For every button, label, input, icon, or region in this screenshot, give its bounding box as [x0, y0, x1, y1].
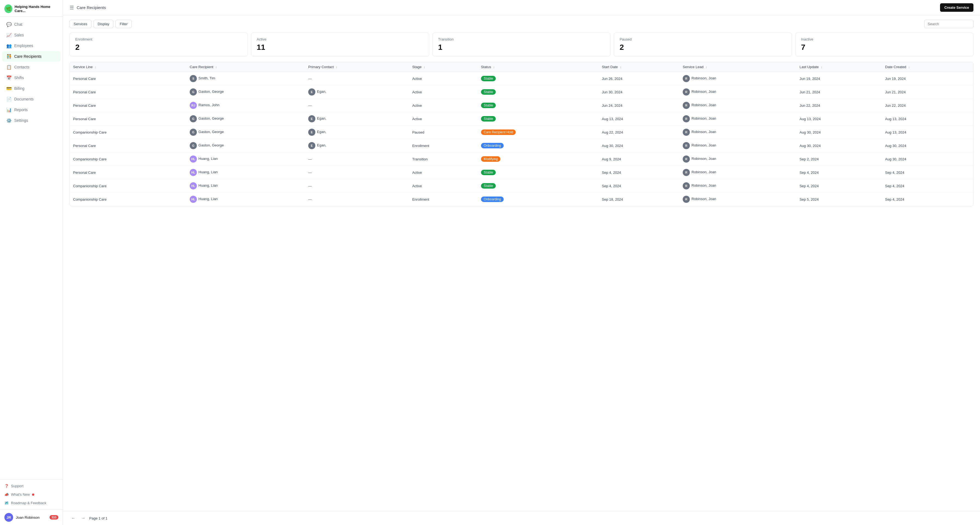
sidebar: 🌿 Helping Hands Home Care... 💬Chat📈Sales… — [0, 0, 63, 525]
cell-service-lead: RRobinson, Joan — [679, 85, 796, 99]
recipient-avatar: HL — [190, 156, 197, 162]
cell-service-line: Personal Care — [70, 72, 186, 85]
table-row[interactable]: Companionship Care GGaston, George EEgan… — [70, 126, 973, 139]
recipient-avatar: G — [190, 129, 197, 136]
stats-row: Enrollment2Active11Transition1Paused2Ina… — [70, 33, 974, 56]
cell-stage: Active — [409, 99, 478, 112]
status-badge: Onboarding — [481, 197, 504, 202]
table-row[interactable]: Companionship Care HLHuang, Lian — Enrol… — [70, 193, 973, 206]
sidebar-label-contacts: Contacts — [14, 65, 29, 69]
status-badge: Onboarding — [481, 143, 504, 148]
cell-stage: Paused — [409, 126, 478, 139]
search-input[interactable] — [924, 20, 974, 28]
sidebar-label-chat: Chat — [14, 22, 22, 27]
cell-service-line: Personal Care — [70, 139, 186, 153]
table-row[interactable]: Personal Care HLHuang, Lian — Active Sta… — [70, 166, 973, 179]
table-row[interactable]: Personal Care GGaston, George EEgan, Act… — [70, 112, 973, 126]
table-row[interactable]: Personal Care GGaston, George EEgan, Act… — [70, 85, 973, 99]
cell-recipient: GGaston, George — [186, 139, 305, 153]
col-service-lead[interactable]: Service Lead ↕ — [679, 62, 796, 72]
sidebar-item-shifts[interactable]: 📅Shifts — [2, 73, 60, 83]
sidebar-nav: 💬Chat📈Sales👥Employees🧑‍🤝‍🧑Care Recipient… — [0, 17, 63, 479]
hamburger-icon[interactable]: ☰ — [70, 5, 74, 11]
sidebar-item-settings[interactable]: ⚙️Settings — [2, 115, 60, 126]
cell-primary-contact: — — [305, 193, 409, 206]
sidebar-item-chat[interactable]: 💬Chat — [2, 19, 60, 30]
col-last-update[interactable]: Last Update ↕ — [796, 62, 882, 72]
sidebar-logo: 🌿 Helping Hands Home Care... — [0, 0, 63, 17]
cell-service-line: Personal Care — [70, 99, 186, 112]
lead-avatar: R — [683, 88, 690, 95]
filter-button[interactable]: Filter — [116, 20, 132, 28]
cell-service-line: Personal Care — [70, 85, 186, 99]
col-primary-contact[interactable]: Primary Contact ↕ — [305, 62, 409, 72]
employees-icon: 👥 — [6, 43, 11, 48]
sidebar-label-sales: Sales — [14, 33, 24, 37]
lead-avatar: R — [683, 196, 690, 203]
cell-status: Onboarding — [478, 139, 598, 153]
cell-last-update: Jun 19, 2024 — [796, 72, 882, 85]
toolbar: Services Display Filter — [70, 20, 974, 28]
sidebar-item-documents[interactable]: 📄Documents — [2, 94, 60, 104]
cell-status: Stable — [478, 112, 598, 126]
sidebar-item-billing[interactable]: 💳Billing — [2, 83, 60, 94]
settings-icon: ⚙️ — [6, 118, 11, 123]
sidebar-item-contacts[interactable]: 📋Contacts — [2, 62, 60, 72]
col-start-date[interactable]: Start Date ↕ — [598, 62, 679, 72]
cell-service-line: Personal Care — [70, 166, 186, 179]
status-badge: Care Recipient Hold — [481, 129, 516, 135]
recipient-avatar: RJ — [190, 102, 197, 109]
lead-avatar: R — [683, 129, 690, 136]
chat-icon: 💬 — [6, 22, 11, 27]
cell-start-date: Aug 30, 2024 — [598, 139, 679, 153]
col-service-line[interactable]: Service Line ↕ — [70, 62, 186, 72]
col-stage[interactable]: Stage ↕ — [409, 62, 478, 72]
cell-start-date: Aug 9, 2024 — [598, 153, 679, 166]
support-icon: ❓ — [5, 484, 9, 488]
lead-avatar: R — [683, 182, 690, 189]
sidebar-item-sales[interactable]: 📈Sales — [2, 30, 60, 40]
create-service-button[interactable]: Create Service — [940, 3, 974, 12]
lead-avatar: R — [683, 75, 690, 82]
prev-page-button[interactable]: ← — [70, 515, 77, 522]
sidebar-item-support[interactable]: ❓Support — [0, 482, 63, 490]
cell-primary-contact: EEgan, — [305, 85, 409, 99]
status-badge: Modifying — [481, 156, 500, 162]
recipient-avatar: HL — [190, 196, 197, 203]
status-badge: Stable — [481, 103, 496, 108]
sidebar-item-roadmap[interactable]: 🗺️Roadmap & Feedback — [0, 499, 63, 507]
table-row[interactable]: Personal Care SSmith, Tim — Active Stabl… — [70, 72, 973, 85]
cell-stage: Enrollment — [409, 193, 478, 206]
page-title: Care Recipients — [76, 5, 106, 10]
stat-value: 7 — [801, 43, 968, 52]
sidebar-item-employees[interactable]: 👥Employees — [2, 40, 60, 51]
table-row[interactable]: Companionship Care HLHuang, Lian — Activ… — [70, 179, 973, 193]
cell-status: Care Recipient Hold — [478, 126, 598, 139]
sidebar-item-whats-new[interactable]: 📣What's New — [0, 490, 63, 499]
col-care-recipient[interactable]: Care Recipient ↕ — [186, 62, 305, 72]
table-row[interactable]: Personal Care GGaston, George EEgan, Enr… — [70, 139, 973, 153]
cell-last-update: Jun 22, 2024 — [796, 99, 882, 112]
cell-service-line: Personal Care — [70, 112, 186, 126]
col-status[interactable]: Status ↕ — [478, 62, 598, 72]
status-badge: Stable — [481, 183, 496, 189]
services-button[interactable]: Services — [70, 20, 91, 28]
sidebar-item-care-recipients[interactable]: 🧑‍🤝‍🧑Care Recipients — [2, 51, 60, 62]
cell-primary-contact: — — [305, 72, 409, 85]
table-row[interactable]: Companionship Care HLHuang, Lian — Trans… — [70, 153, 973, 166]
cell-date-created: Jun 19, 2024 — [882, 72, 973, 85]
status-badge: Stable — [481, 89, 496, 95]
cell-stage: Active — [409, 85, 478, 99]
col-date-created[interactable]: Date Created ↕ — [882, 62, 973, 72]
sidebar-item-reports[interactable]: 📊Reports — [2, 105, 60, 115]
stat-label: Paused — [619, 37, 786, 41]
display-button[interactable]: Display — [94, 20, 114, 28]
cell-start-date: Jun 30, 2024 — [598, 85, 679, 99]
recipient-avatar: S — [190, 75, 197, 82]
stat-card-active: Active11 — [251, 33, 429, 56]
recipient-avatar: G — [190, 142, 197, 149]
lead-avatar: R — [683, 115, 690, 123]
next-page-button[interactable]: → — [80, 515, 87, 522]
cell-service-line: Companionship Care — [70, 126, 186, 139]
table-row[interactable]: Personal Care RJRamos, John — Active Sta… — [70, 99, 973, 112]
